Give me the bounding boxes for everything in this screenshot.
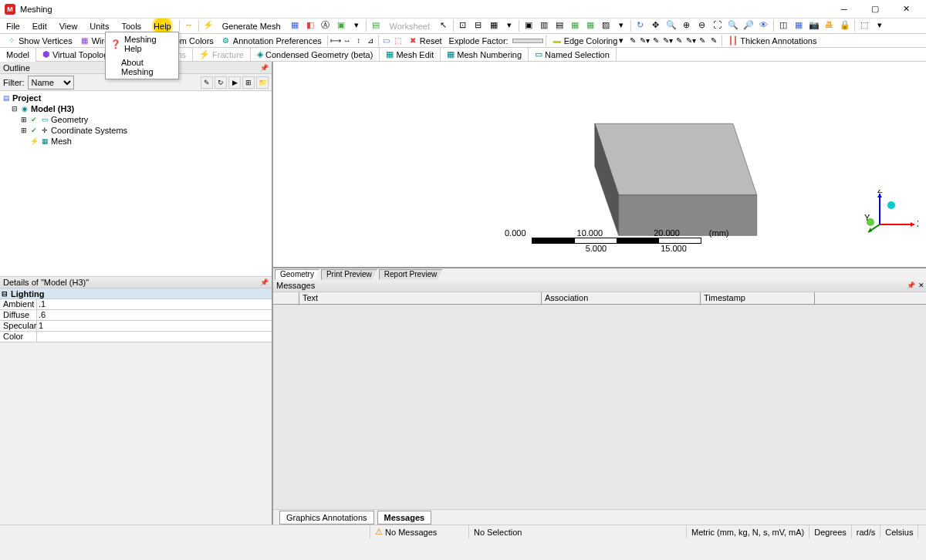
dim3-icon[interactable]: ↕	[353, 35, 364, 46]
print-icon[interactable]: 🖶	[823, 19, 836, 31]
tab-mesh-numbering[interactable]: ▦Mesh Numbering	[441, 48, 529, 62]
tree-mesh[interactable]: ⊞ ⚡ ▦ Mesh	[2, 136, 270, 147]
cube-icon[interactable]: ◧	[304, 19, 316, 31]
details-row-diffuse[interactable]: Diffuse.6	[0, 310, 272, 321]
filter-icon-4[interactable]: ⊞	[242, 76, 255, 89]
zoomout-icon[interactable]: ⊖	[696, 19, 708, 31]
new-icon[interactable]: ▦	[289, 19, 301, 31]
iso-icon[interactable]: ◫	[777, 19, 789, 31]
menu-file[interactable]: File	[0, 19, 26, 33]
pick1-icon[interactable]: ▣	[522, 19, 535, 31]
tree-project[interactable]: ▤ Project	[2, 93, 270, 103]
filter-icon-1[interactable]: ✎	[201, 76, 213, 89]
outline-tree[interactable]: ▤ Project ⊟ ◉ Model (H3) ⊞ ✔ ▭ Geometry …	[0, 91, 272, 276]
show-vertices-button[interactable]: ⁘Show Vertices	[3, 35, 76, 47]
p6-icon[interactable]: ✎▾	[685, 35, 696, 46]
orientation-triad[interactable]: X Z Y	[864, 190, 918, 236]
dropdown-icon[interactable]: ▾	[350, 19, 363, 31]
a-icon[interactable]: Ⓐ	[319, 19, 332, 31]
details-row-ambient[interactable]: Ambient.1	[0, 299, 272, 310]
p8-icon[interactable]: ✎	[708, 35, 719, 46]
p5-icon[interactable]: ✎	[674, 35, 684, 46]
btab-messages[interactable]: Messages	[377, 511, 432, 525]
dim4-icon[interactable]: ⊿	[365, 35, 376, 46]
p2-icon[interactable]: ✎▾	[639, 35, 650, 46]
help-meshing-help[interactable]: ❓Meshing Help	[106, 32, 178, 56]
fit-icon[interactable]: ⛶	[711, 19, 724, 31]
filter-icon-2[interactable]: ↻	[215, 76, 227, 89]
btab-graphics-annotations[interactable]: Graphics Annotations	[279, 511, 374, 525]
msg-col-text[interactable]: Text	[299, 292, 542, 304]
snap-icon[interactable]: 📷	[808, 19, 820, 31]
explode-slider[interactable]	[512, 39, 543, 43]
filter-icon-3[interactable]: ▶	[228, 76, 241, 89]
dim2-icon[interactable]: ↔	[342, 35, 353, 46]
msg-col-icon[interactable]	[273, 292, 299, 304]
p4-icon[interactable]: ✎▾	[662, 35, 673, 46]
p3-icon[interactable]: ✎	[651, 35, 661, 46]
sel-vertex-icon[interactable]: ⊡	[457, 19, 469, 31]
layout-dd-icon[interactable]: ▾	[874, 19, 886, 31]
menu-edit[interactable]: Edit	[26, 19, 53, 33]
close-button[interactable]: ✕	[891, 0, 921, 19]
view-icon[interactable]: ▦	[793, 19, 805, 31]
lock-icon[interactable]: 🔒	[839, 19, 851, 31]
tree-model[interactable]: ⊟ ◉ Model (H3)	[2, 103, 270, 114]
maximize-button[interactable]: ▢	[860, 0, 891, 19]
plane1-icon[interactable]: ▭	[381, 35, 392, 46]
vtab-report-preview[interactable]: Report Preview	[379, 269, 442, 280]
tab-named-selection[interactable]: ▭Named Selection	[529, 48, 617, 62]
sel-dropdown-icon[interactable]: ▾	[503, 19, 515, 31]
pan-icon[interactable]: ✥	[650, 19, 662, 31]
msg-col-timestamp[interactable]: Timestamp	[701, 292, 815, 304]
expand-icon[interactable]: ⊞	[20, 116, 28, 123]
details-group-lighting[interactable]: ⊟ Lighting	[0, 288, 272, 299]
pick6-icon[interactable]: ▨	[600, 19, 612, 31]
plane2-icon[interactable]: ⬚	[393, 35, 404, 46]
filter-select[interactable]: Name	[28, 76, 74, 89]
pin-icon[interactable]: 📌	[907, 282, 915, 289]
pick2-icon[interactable]: ▥	[538, 19, 550, 31]
vtab-print-preview[interactable]: Print Preview	[321, 269, 377, 280]
zoomin-icon[interactable]: ⊕	[681, 19, 693, 31]
generate-mesh-button[interactable]: Generate Mesh	[216, 19, 287, 33]
pointer-icon[interactable]: ↖	[438, 19, 450, 31]
edge-coloring-button[interactable]: ▬Edge Coloring▾	[549, 35, 627, 47]
pick7-icon[interactable]: ▾	[615, 19, 627, 31]
p7-icon[interactable]: ✎	[697, 35, 708, 46]
reset-button[interactable]: ✖Reset	[404, 35, 445, 47]
pin-icon[interactable]: 📌	[260, 64, 269, 72]
filter-icon-5[interactable]: 📁	[256, 76, 269, 89]
expand-icon[interactable]: ⊟	[11, 105, 19, 113]
tab-mesh-edit[interactable]: ▦Mesh Edit	[380, 48, 441, 62]
collapse-icon[interactable]: ⊟	[2, 290, 8, 298]
zoom-icon[interactable]: 🔍	[665, 19, 678, 31]
menu-view[interactable]: View	[53, 19, 84, 33]
msg-col-association[interactable]: Association	[542, 292, 701, 304]
pin-icon[interactable]: 📌	[260, 278, 269, 286]
zoom2-icon[interactable]: 🔍	[727, 19, 739, 31]
image-icon[interactable]: ▣	[335, 19, 347, 31]
look-icon[interactable]: 👁	[758, 19, 770, 31]
annotation-prefs-button[interactable]: ⚙Annotation Preferences	[218, 35, 325, 47]
flex-icon[interactable]: ↔	[183, 19, 195, 31]
help-about-meshing[interactable]: About Meshing	[106, 56, 178, 79]
vtab-geometry[interactable]: Geometry	[275, 269, 319, 280]
sel-edge-icon[interactable]: ⊟	[472, 19, 485, 31]
rotate-icon[interactable]: ↻	[634, 19, 647, 31]
thicken-button[interactable]: ┃┃Thicken Annotations	[725, 35, 820, 47]
tree-geometry[interactable]: ⊞ ✔ ▭ Geometry	[2, 114, 270, 125]
layout-icon[interactable]: ⬚	[858, 19, 870, 31]
close-icon[interactable]: ✕	[918, 282, 924, 289]
expand-icon[interactable]: ⊞	[20, 127, 28, 134]
dim1-icon[interactable]: ⟼	[330, 35, 341, 46]
details-row-color[interactable]: Color	[0, 332, 272, 342]
sel-face-icon[interactable]: ▦	[488, 19, 500, 31]
tab-condensed-geometry[interactable]: ◈Condensed Geometry (beta)	[251, 48, 380, 62]
p1-icon[interactable]: ✎	[627, 35, 638, 46]
viewport-3d[interactable]: 0.000 10.000 20.000 0.000 10.000 20.000 …	[273, 62, 926, 268]
details-row-specular[interactable]: Specular1	[0, 321, 272, 332]
zoom3-icon[interactable]: 🔎	[742, 19, 755, 31]
tree-coordinate-systems[interactable]: ⊞ ✔ ✛ Coordinate Systems	[2, 125, 270, 136]
tab-model[interactable]: Model	[0, 48, 36, 62]
